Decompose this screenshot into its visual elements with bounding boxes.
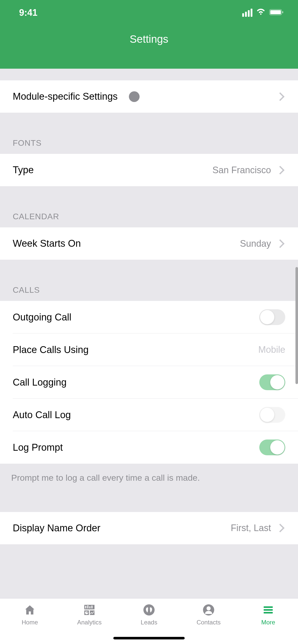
svg-rect-7 <box>91 606 92 608</box>
log-prompt-toggle[interactable] <box>259 440 285 455</box>
tab-analytics[interactable]: Analytics <box>60 598 119 644</box>
home-indicator[interactable] <box>113 637 185 639</box>
tab-contacts[interactable]: Contacts <box>179 598 238 644</box>
place-calls-row[interactable]: Place Calls Using Mobile <box>0 333 298 366</box>
module-specific-settings-row[interactable]: Module-specific Settings <box>0 80 298 113</box>
tab-label: Contacts <box>197 619 221 626</box>
section-footer-text: Prompt me to log a call every time a cal… <box>0 464 298 492</box>
row-value: Mobile <box>258 344 285 355</box>
header: Settings <box>0 25 298 69</box>
svg-rect-4 <box>85 606 86 608</box>
outgoing-call-row: Outgoing Call <box>0 301 298 333</box>
row-label: Call Logging <box>13 377 259 388</box>
tab-label: Analytics <box>77 619 102 626</box>
status-time: 9:41 <box>19 7 37 18</box>
row-label: Display Name Order <box>13 523 231 534</box>
row-value: San Francisco <box>212 165 271 175</box>
week-starts-row[interactable]: Week Starts On Sunday <box>0 227 298 260</box>
row-value: Sunday <box>240 238 271 249</box>
row-label: Outgoing Call <box>13 312 259 323</box>
call-logging-row: Call Logging <box>0 366 298 399</box>
chevron-right-icon <box>276 239 285 248</box>
svg-rect-5 <box>87 605 88 608</box>
page-title: Settings <box>130 33 168 45</box>
row-label: Place Calls Using <box>13 344 258 355</box>
analytics-icon <box>83 603 96 617</box>
tab-label: Leads <box>141 619 157 626</box>
tab-home[interactable]: Home <box>0 598 60 644</box>
badge-dot-icon <box>129 91 140 102</box>
auto-call-log-toggle[interactable] <box>259 407 285 423</box>
row-value: First, Last <box>231 523 271 533</box>
svg-rect-1 <box>270 10 281 14</box>
svg-rect-6 <box>89 606 90 608</box>
content-area: Module-specific Settings FONTS Type San … <box>0 69 298 545</box>
tab-more[interactable]: More <box>238 598 298 644</box>
more-icon <box>261 603 275 617</box>
signal-icon <box>242 9 252 17</box>
row-label: Log Prompt <box>13 442 259 453</box>
battery-icon <box>269 9 284 17</box>
svg-rect-15 <box>264 609 273 611</box>
row-label: Auto Call Log <box>13 409 259 420</box>
row-label: Week Starts On <box>13 238 240 249</box>
chevron-right-icon <box>276 92 285 101</box>
call-logging-toggle[interactable] <box>259 374 285 390</box>
display-name-order-row[interactable]: Display Name Order First, Last <box>0 512 298 545</box>
calls-section-header: CALLS <box>0 260 298 301</box>
svg-rect-16 <box>264 612 273 613</box>
calendar-section-header: CALENDAR <box>0 186 298 227</box>
status-bar: 9:41 <box>0 0 298 25</box>
chevron-right-icon <box>276 166 285 174</box>
outgoing-call-toggle[interactable] <box>259 309 285 325</box>
svg-point-13 <box>207 606 211 610</box>
fonts-section-header: FONTS <box>0 113 298 154</box>
log-prompt-row: Log Prompt <box>0 431 298 464</box>
home-icon <box>23 603 37 617</box>
svg-rect-2 <box>282 11 283 13</box>
auto-call-log-row: Auto Call Log <box>0 399 298 431</box>
svg-point-11 <box>143 604 155 616</box>
wifi-icon <box>256 9 266 17</box>
svg-rect-14 <box>264 606 273 608</box>
chevron-right-icon <box>276 524 285 532</box>
contacts-icon <box>202 603 215 617</box>
font-type-row[interactable]: Type San Francisco <box>0 154 298 186</box>
status-icons <box>242 9 284 17</box>
svg-rect-10 <box>90 610 94 615</box>
scroll-indicator[interactable] <box>295 267 298 384</box>
tab-label: More <box>261 619 275 626</box>
leads-icon <box>142 603 156 617</box>
row-label: Module-specific Settings <box>13 91 118 102</box>
tab-label: Home <box>22 619 38 626</box>
row-label: Type <box>13 165 212 175</box>
